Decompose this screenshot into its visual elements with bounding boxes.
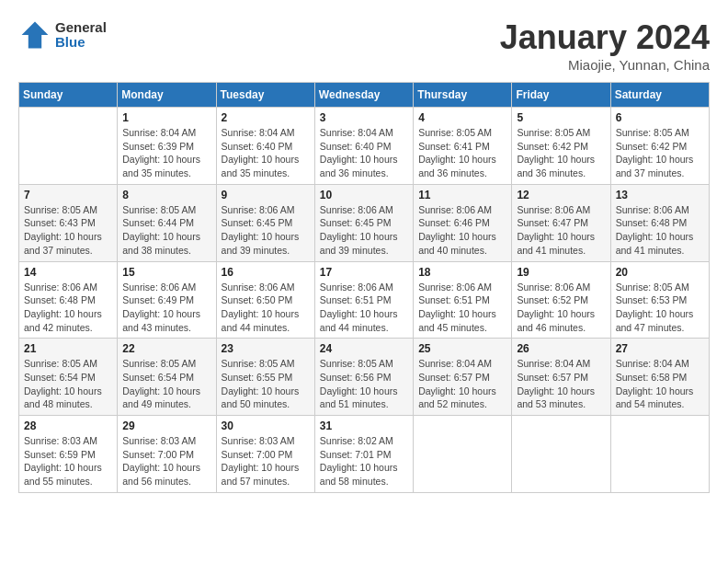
day-detail: Sunrise: 8:04 AMSunset: 6:40 PMDaylight:… <box>320 126 408 180</box>
calendar-day-cell: 20Sunrise: 8:05 AMSunset: 6:53 PMDayligh… <box>610 261 709 339</box>
main-title: January 2024 <box>500 18 710 57</box>
day-number: 26 <box>517 342 605 355</box>
day-detail: Sunrise: 8:06 AMSunset: 6:45 PMDaylight:… <box>222 203 310 258</box>
day-detail: Sunrise: 8:06 AMSunset: 6:50 PMDaylight:… <box>222 281 310 335</box>
calendar-day-cell: 13Sunrise: 8:06 AMSunset: 6:48 PMDayligh… <box>610 184 709 261</box>
weekday-header: Monday <box>118 83 216 108</box>
calendar-day-cell: 11Sunrise: 8:06 AMSunset: 6:46 PMDayligh… <box>414 184 512 261</box>
calendar-table: SundayMondayTuesdayWednesdayThursdayFrid… <box>18 82 710 493</box>
logo-icon <box>18 18 51 52</box>
day-number: 5 <box>517 111 605 124</box>
day-detail: Sunrise: 8:06 AMSunset: 6:51 PMDaylight:… <box>320 281 408 335</box>
day-number: 15 <box>122 266 210 279</box>
logo-general: General <box>55 20 107 36</box>
day-detail: Sunrise: 8:05 AMSunset: 6:53 PMDaylight:… <box>616 281 704 335</box>
calendar-day-cell: 19Sunrise: 8:06 AMSunset: 6:52 PMDayligh… <box>512 261 610 339</box>
calendar-day-cell: 24Sunrise: 8:05 AMSunset: 6:56 PMDayligh… <box>314 339 413 416</box>
day-detail: Sunrise: 8:04 AMSunset: 6:57 PMDaylight:… <box>517 357 605 411</box>
day-detail: Sunrise: 8:05 AMSunset: 6:43 PMDaylight:… <box>24 203 112 258</box>
calendar-day-cell: 23Sunrise: 8:05 AMSunset: 6:55 PMDayligh… <box>216 339 314 416</box>
day-number: 4 <box>418 111 506 124</box>
day-number: 27 <box>616 342 704 355</box>
logo-text: General Blue <box>55 20 107 51</box>
day-detail: Sunrise: 8:06 AMSunset: 6:46 PMDaylight:… <box>418 203 506 258</box>
day-number: 25 <box>418 342 506 355</box>
day-number: 29 <box>122 419 210 432</box>
calendar-day-cell: 16Sunrise: 8:06 AMSunset: 6:50 PMDayligh… <box>216 261 314 339</box>
calendar-day-cell: 4Sunrise: 8:05 AMSunset: 6:41 PMDaylight… <box>414 108 512 185</box>
day-number: 6 <box>616 111 704 124</box>
day-number: 23 <box>222 342 310 355</box>
calendar-week-row: 14Sunrise: 8:06 AMSunset: 6:48 PMDayligh… <box>19 261 710 339</box>
calendar-day-cell: 14Sunrise: 8:06 AMSunset: 6:48 PMDayligh… <box>19 261 118 339</box>
calendar-week-row: 28Sunrise: 8:03 AMSunset: 6:59 PMDayligh… <box>19 416 710 493</box>
day-detail: Sunrise: 8:05 AMSunset: 6:41 PMDaylight:… <box>418 126 506 180</box>
day-detail: Sunrise: 8:06 AMSunset: 6:52 PMDaylight:… <box>517 281 605 335</box>
day-detail: Sunrise: 8:03 AMSunset: 7:00 PMDaylight:… <box>222 434 310 488</box>
day-number: 31 <box>320 419 408 432</box>
day-number: 18 <box>418 266 506 279</box>
day-number: 9 <box>222 189 310 201</box>
calendar-day-cell: 7Sunrise: 8:05 AMSunset: 6:43 PMDaylight… <box>19 184 118 261</box>
day-detail: Sunrise: 8:06 AMSunset: 6:48 PMDaylight:… <box>24 281 112 335</box>
day-detail: Sunrise: 8:06 AMSunset: 6:49 PMDaylight:… <box>122 281 210 335</box>
day-detail: Sunrise: 8:04 AMSunset: 6:40 PMDaylight:… <box>222 126 310 180</box>
day-detail: Sunrise: 8:03 AMSunset: 7:00 PMDaylight:… <box>122 434 210 488</box>
calendar-day-cell: 6Sunrise: 8:05 AMSunset: 6:42 PMDaylight… <box>610 108 709 185</box>
day-number: 14 <box>24 266 112 279</box>
calendar-day-cell <box>414 416 512 493</box>
calendar-day-cell: 28Sunrise: 8:03 AMSunset: 6:59 PMDayligh… <box>19 416 118 493</box>
day-number: 20 <box>616 266 704 279</box>
calendar-day-cell <box>610 416 709 493</box>
svg-marker-0 <box>22 22 49 49</box>
weekday-header: Tuesday <box>216 83 314 108</box>
calendar-header-row: SundayMondayTuesdayWednesdayThursdayFrid… <box>19 83 710 108</box>
logo: General Blue <box>18 18 107 52</box>
calendar-day-cell: 8Sunrise: 8:05 AMSunset: 6:44 PMDaylight… <box>118 184 216 261</box>
day-detail: Sunrise: 8:05 AMSunset: 6:54 PMDaylight:… <box>122 357 210 411</box>
calendar-day-cell <box>512 416 610 493</box>
day-detail: Sunrise: 8:06 AMSunset: 6:51 PMDaylight:… <box>418 281 506 335</box>
logo-blue: Blue <box>55 35 107 51</box>
day-detail: Sunrise: 8:05 AMSunset: 6:55 PMDaylight:… <box>222 357 310 411</box>
day-detail: Sunrise: 8:05 AMSunset: 6:44 PMDaylight:… <box>122 203 210 258</box>
day-number: 3 <box>320 111 408 124</box>
calendar-day-cell: 31Sunrise: 8:02 AMSunset: 7:01 PMDayligh… <box>314 416 413 493</box>
weekday-header: Saturday <box>610 83 709 108</box>
day-detail: Sunrise: 8:04 AMSunset: 6:58 PMDaylight:… <box>616 357 704 411</box>
day-number: 10 <box>320 189 408 201</box>
day-number: 7 <box>24 189 112 201</box>
day-number: 11 <box>418 189 506 201</box>
calendar-day-cell: 21Sunrise: 8:05 AMSunset: 6:54 PMDayligh… <box>19 339 118 416</box>
day-number: 19 <box>517 266 605 279</box>
day-detail: Sunrise: 8:05 AMSunset: 6:54 PMDaylight:… <box>24 357 112 411</box>
day-detail: Sunrise: 8:05 AMSunset: 6:42 PMDaylight:… <box>616 126 704 180</box>
calendar-day-cell: 18Sunrise: 8:06 AMSunset: 6:51 PMDayligh… <box>414 261 512 339</box>
calendar-day-cell: 15Sunrise: 8:06 AMSunset: 6:49 PMDayligh… <box>118 261 216 339</box>
calendar-week-row: 7Sunrise: 8:05 AMSunset: 6:43 PMDaylight… <box>19 184 710 261</box>
calendar-day-cell: 3Sunrise: 8:04 AMSunset: 6:40 PMDaylight… <box>314 108 413 185</box>
day-number: 8 <box>122 189 210 201</box>
day-detail: Sunrise: 8:04 AMSunset: 6:39 PMDaylight:… <box>122 126 210 180</box>
calendar-day-cell <box>19 108 118 185</box>
day-detail: Sunrise: 8:06 AMSunset: 6:48 PMDaylight:… <box>616 203 704 258</box>
calendar-day-cell: 12Sunrise: 8:06 AMSunset: 6:47 PMDayligh… <box>512 184 610 261</box>
day-number: 24 <box>320 342 408 355</box>
calendar-day-cell: 9Sunrise: 8:06 AMSunset: 6:45 PMDaylight… <box>216 184 314 261</box>
page-header: General Blue January 2024 Miaojie, Yunna… <box>18 18 710 73</box>
weekday-header: Thursday <box>414 83 512 108</box>
day-detail: Sunrise: 8:05 AMSunset: 6:42 PMDaylight:… <box>517 126 605 180</box>
day-number: 30 <box>222 419 310 432</box>
calendar-week-row: 1Sunrise: 8:04 AMSunset: 6:39 PMDaylight… <box>19 108 710 185</box>
day-number: 17 <box>320 266 408 279</box>
day-number: 13 <box>616 189 704 201</box>
subtitle: Miaojie, Yunnan, China <box>500 57 710 73</box>
day-number: 12 <box>517 189 605 201</box>
title-area: January 2024 Miaojie, Yunnan, China <box>500 18 710 73</box>
calendar-day-cell: 25Sunrise: 8:04 AMSunset: 6:57 PMDayligh… <box>414 339 512 416</box>
calendar-day-cell: 5Sunrise: 8:05 AMSunset: 6:42 PMDaylight… <box>512 108 610 185</box>
calendar-day-cell: 2Sunrise: 8:04 AMSunset: 6:40 PMDaylight… <box>216 108 314 185</box>
calendar-day-cell: 10Sunrise: 8:06 AMSunset: 6:45 PMDayligh… <box>314 184 413 261</box>
calendar-day-cell: 29Sunrise: 8:03 AMSunset: 7:00 PMDayligh… <box>118 416 216 493</box>
calendar-day-cell: 22Sunrise: 8:05 AMSunset: 6:54 PMDayligh… <box>118 339 216 416</box>
